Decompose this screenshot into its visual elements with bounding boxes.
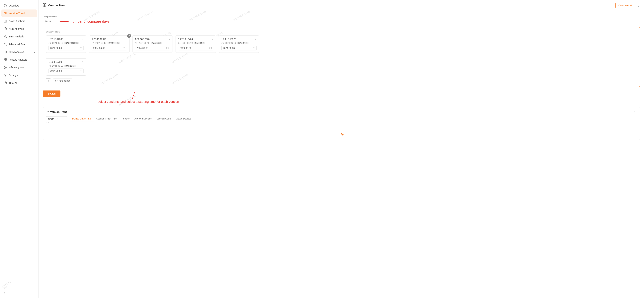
crash-type-select[interactable]: Crash bbox=[46, 116, 67, 122]
svg-text:?: ? bbox=[5, 82, 6, 84]
version-name-4: 1.27.18.12404 bbox=[178, 38, 193, 40]
sidebar-item-error-analysis[interactable]: Error Analysis bbox=[0, 33, 38, 40]
svg-rect-68 bbox=[80, 70, 82, 72]
svg-rect-54 bbox=[210, 47, 212, 49]
sidebar-item-tutorial-label: Tutorial bbox=[9, 82, 17, 84]
svg-rect-18 bbox=[4, 60, 5, 61]
compare-days-annotation-text: number of compare days bbox=[71, 20, 110, 24]
version-meta-3: 2024-06-10 DAU 50 ? bbox=[135, 42, 170, 44]
sidebar-item-anr-analysis[interactable]: ANR Analysis bbox=[0, 25, 38, 33]
sidebar-item-error-analysis-label: Error Analysis bbox=[9, 35, 24, 38]
settings-icon bbox=[4, 74, 7, 77]
tab-affected-devices[interactable]: Affected Devices bbox=[132, 116, 154, 122]
versions-label: Select versions bbox=[46, 30, 637, 33]
svg-rect-47 bbox=[166, 47, 168, 49]
sidebar-item-feature-analysis-label: Feature Analysis bbox=[9, 58, 27, 61]
tab-reports[interactable]: Reports bbox=[119, 116, 132, 122]
svg-point-15 bbox=[4, 51, 7, 54]
svg-text:?: ? bbox=[203, 42, 204, 44]
sidebar-item-overview[interactable]: Overview bbox=[0, 2, 38, 10]
svg-rect-26 bbox=[43, 5, 44, 7]
svg-point-13 bbox=[4, 43, 6, 45]
version-chevron-icon-1[interactable]: ∨ bbox=[82, 38, 84, 40]
trend-collapse-icon[interactable] bbox=[634, 110, 637, 114]
version-date-5[interactable]: 2024-06-08 bbox=[222, 46, 256, 50]
sidebar-item-settings[interactable]: Settings bbox=[0, 71, 38, 79]
dau-badge-5: DAU 14 ? bbox=[237, 42, 248, 44]
sidebar-item-efficiency-tool[interactable]: Efficiency Tool bbox=[0, 64, 38, 71]
close-button-2[interactable]: ✕ bbox=[127, 34, 131, 38]
metric-tabs: Device Crash Rate Session Crash Rate Rep… bbox=[70, 116, 194, 122]
compare-button[interactable]: Compare bbox=[615, 3, 635, 8]
version-card-4: 1.27.18.12404 ∨ 2024-06-10 DAU 34 ? 2024… bbox=[176, 36, 216, 53]
circle-icon bbox=[4, 4, 7, 8]
version-date-2[interactable]: 2024-06-08 bbox=[92, 46, 127, 50]
tab-session-count[interactable]: Session Count bbox=[154, 116, 174, 122]
versions-actions: + Auto select bbox=[46, 78, 637, 83]
sidebar-item-oom-analysis[interactable]: OOM Analysis › bbox=[0, 48, 38, 56]
page-title: Version Trend bbox=[43, 3, 66, 8]
topbar-chevron-icon[interactable]: ⌄ bbox=[637, 4, 640, 8]
anr-icon bbox=[4, 27, 7, 30]
bottom-annotation: select versions, and select a starting t… bbox=[98, 91, 179, 104]
version-card-1: 1.27.18.12500 ∨ 2024-06-10 DAU 4793K ? 2… bbox=[46, 36, 86, 53]
trend-header: Version Trend bbox=[46, 110, 637, 114]
svg-rect-19 bbox=[6, 60, 7, 61]
search-button[interactable]: Search bbox=[43, 90, 60, 97]
sidebar-item-advanced-search-label: Advanced Search bbox=[9, 43, 28, 46]
sidebar-item-oom-analysis-label: OOM Analysis bbox=[9, 50, 24, 54]
svg-rect-40 bbox=[123, 47, 125, 49]
svg-text:?: ? bbox=[246, 42, 247, 44]
dau-badge-1: DAU 4793K ? bbox=[64, 42, 79, 44]
svg-line-14 bbox=[6, 45, 7, 46]
auto-select-button[interactable]: Auto select bbox=[53, 78, 72, 83]
version-chevron-icon-5[interactable]: ∨ bbox=[255, 38, 256, 40]
trend-icon bbox=[4, 12, 7, 15]
sidebar-item-settings-label: Settings bbox=[9, 74, 18, 76]
version-chevron-icon-3[interactable]: ∨ bbox=[168, 38, 170, 40]
version-name-5: 1.20.13.10920 bbox=[222, 38, 236, 40]
svg-text:?: ? bbox=[118, 42, 118, 44]
compare-days-annotation: number of compare days bbox=[60, 20, 110, 24]
compare-days-row: 30 number of compare days bbox=[43, 19, 640, 24]
version-date-3[interactable]: 2024-06-08 bbox=[135, 46, 170, 50]
sidebar: Overview Version Trend Crash Analysis AN… bbox=[0, 0, 39, 298]
topbar: Version Trend Compare ⌄ bbox=[39, 0, 644, 11]
dau-badge-2: DAU 144 ? bbox=[108, 42, 120, 44]
sidebar-item-crash-analysis[interactable]: Crash Analysis bbox=[0, 17, 38, 25]
add-version-button[interactable]: + bbox=[46, 78, 51, 83]
dau-badge-4: DAU 34 ? bbox=[194, 42, 205, 44]
svg-marker-74 bbox=[132, 97, 133, 99]
version-date-1[interactable]: 2024-06-08 bbox=[48, 46, 84, 50]
compare-days-section: Compare Days 30 number of compare days bbox=[43, 15, 640, 24]
versions-section: Select versions 1.27.18.12500 ∨ 2024-06-… bbox=[43, 27, 640, 87]
dau-badge-6: DAU 13 ? bbox=[64, 65, 76, 67]
tab-active-devices[interactable]: Active Devices bbox=[174, 116, 194, 122]
svg-point-21 bbox=[5, 75, 6, 76]
tab-device-crash-rate[interactable]: Device Crash Rate bbox=[70, 116, 94, 122]
version-chevron-icon-6[interactable]: ∨ bbox=[82, 61, 84, 63]
search-icon bbox=[4, 42, 7, 46]
sidebar-item-feature-analysis[interactable]: Feature Analysis bbox=[0, 56, 38, 64]
version-date-6[interactable]: 2024-06-08 bbox=[48, 68, 84, 73]
search-row: Search select versions, and select a sta… bbox=[43, 90, 640, 104]
sidebar-item-version-trend[interactable]: Version Trend bbox=[2, 10, 37, 17]
sidebar-item-advanced-search[interactable]: Advanced Search bbox=[0, 40, 38, 48]
sidebar-item-overview-label: Overview bbox=[9, 4, 19, 7]
version-chevron-icon-4[interactable]: ∨ bbox=[212, 38, 213, 40]
svg-point-9 bbox=[5, 29, 6, 30]
content-area: 188***3708 ($149) 188***3708 ($149) 188*… bbox=[39, 11, 644, 298]
compare-days-select[interactable]: 30 bbox=[43, 19, 57, 24]
svg-rect-2 bbox=[4, 12, 5, 14]
version-card-6: 1.19.3.10720 ∨ 2024-06-10 DAU 13 ? 2024-… bbox=[46, 58, 86, 76]
sidebar-item-tutorial[interactable]: ? Tutorial bbox=[0, 79, 38, 87]
dau-badge-3: DAU 50 ? bbox=[151, 42, 162, 44]
tab-session-crash-rate[interactable]: Session Crash Rate bbox=[94, 116, 119, 122]
version-chevron-icon-2[interactable]: ∨ bbox=[125, 38, 127, 40]
sidebar-collapse[interactable]: « bbox=[0, 289, 38, 296]
version-card-2: ✕ 1.26.18.12078 ∨ 2024-06-10 DAU 144 ? 2… bbox=[89, 36, 130, 53]
trend-section-title: Version Trend bbox=[46, 110, 68, 113]
svg-point-0 bbox=[4, 4, 7, 7]
chart-line-area bbox=[46, 123, 637, 137]
version-date-4[interactable]: 2024-06-08 bbox=[178, 46, 213, 50]
